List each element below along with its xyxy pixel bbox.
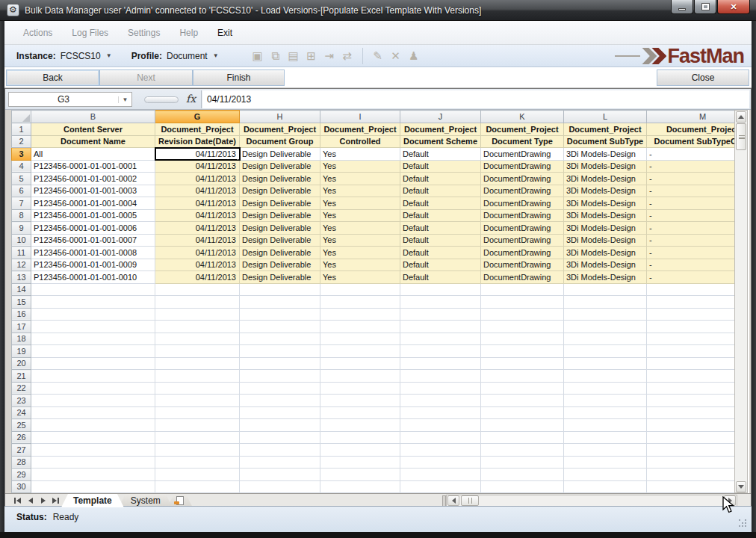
grid-cell-M8[interactable]: - xyxy=(647,209,735,222)
row-header-3[interactable]: 3 xyxy=(12,148,31,161)
maximize-button[interactable] xyxy=(694,0,716,14)
grid-cell-K17[interactable] xyxy=(481,321,564,333)
grid-cell-M30[interactable] xyxy=(647,480,735,493)
grid-cell-I30[interactable] xyxy=(320,480,400,493)
grid-cell-M17[interactable] xyxy=(647,321,735,333)
grid-cell-I24[interactable] xyxy=(320,406,400,419)
grid-cell-K19[interactable] xyxy=(481,345,564,358)
grid-cell-B17[interactable] xyxy=(31,321,155,333)
grid-cell-L29[interactable] xyxy=(564,469,647,481)
grid-cell-I16[interactable] xyxy=(320,308,400,321)
grid-cell-M16[interactable] xyxy=(647,308,735,321)
grid-cell-M24[interactable] xyxy=(647,406,735,419)
grid-cell-H5[interactable]: Design Deliverable xyxy=(240,173,320,185)
grid-cell-L24[interactable] xyxy=(564,406,647,419)
column-header-B[interactable]: B xyxy=(31,111,155,123)
grid-cell-H12[interactable]: Design Deliverable xyxy=(240,259,320,271)
grid-cell-J25[interactable] xyxy=(400,419,481,432)
grid-cell-H17[interactable] xyxy=(240,321,320,333)
grid-cell-K9[interactable]: DocumentDrawing xyxy=(481,222,564,235)
row-header-23[interactable]: 23 xyxy=(12,395,31,407)
grid-cell-B18[interactable] xyxy=(31,333,155,345)
cut-icon[interactable]: ✕ xyxy=(387,48,405,64)
paste-icon[interactable]: ⊞ xyxy=(303,48,320,64)
horizontal-scrollbar[interactable] xyxy=(446,495,737,507)
grid-cell-M5[interactable]: - xyxy=(647,173,735,185)
grid-cell-J15[interactable] xyxy=(400,296,481,309)
grid-cell-I6[interactable]: Yes xyxy=(320,185,400,197)
grid-cell-I14[interactable] xyxy=(320,283,400,296)
grid-cell-B4[interactable]: P123456-0001-01-001-0001 xyxy=(31,160,155,173)
grid-cell-I10[interactable]: Yes xyxy=(320,234,400,247)
grid-cell-J6[interactable]: Default xyxy=(400,185,481,197)
next-sheet-button[interactable] xyxy=(37,495,49,507)
grid-cell-K3[interactable]: DocumentDrawing xyxy=(481,148,564,161)
grid-cell-G25[interactable] xyxy=(155,419,240,432)
previous-sheet-button[interactable] xyxy=(24,495,37,507)
scroll-right-button[interactable] xyxy=(724,495,736,506)
grid-cell-H21[interactable] xyxy=(240,370,320,383)
grid-cell-I21[interactable] xyxy=(320,370,400,383)
grid-cell-H9[interactable]: Design Deliverable xyxy=(240,222,320,235)
row-header-8[interactable]: 8 xyxy=(12,209,31,222)
grid-cell-H20[interactable] xyxy=(240,357,320,370)
grid-cell-K30[interactable] xyxy=(481,480,564,493)
grid-cell-L16[interactable] xyxy=(564,308,647,321)
row-header-29[interactable]: 29 xyxy=(12,469,31,481)
grid-cell-I20[interactable] xyxy=(320,357,400,370)
header-cell-K1[interactable]: Document_Project xyxy=(481,123,564,136)
row-header-1[interactable]: 1 xyxy=(12,123,31,136)
grid-cell-H24[interactable] xyxy=(240,406,320,419)
grid-cell-I5[interactable]: Yes xyxy=(320,173,400,185)
grid-cell-H26[interactable] xyxy=(240,431,320,444)
grid-cell-J14[interactable] xyxy=(400,283,481,296)
instance-dropdown[interactable]: FCSCS10▼ xyxy=(61,51,112,61)
menu-item-actions[interactable]: Actions xyxy=(13,25,62,41)
grid-cell-I27[interactable] xyxy=(320,444,400,457)
grid-cell-I15[interactable] xyxy=(320,296,400,309)
formula-input[interactable]: 04/11/2013 xyxy=(202,90,749,108)
row-header-19[interactable]: 19 xyxy=(12,345,31,358)
header-cell-L1[interactable]: Document_Project xyxy=(564,123,647,136)
row-header-28[interactable]: 28 xyxy=(12,456,31,469)
header-cell-K2[interactable]: Document Type xyxy=(481,135,564,148)
grid-cell-G24[interactable] xyxy=(155,406,240,419)
grid-cell-H13[interactable]: Design Deliverable xyxy=(240,271,320,284)
header-cell-B1[interactable]: Content Server xyxy=(31,123,155,136)
grid-cell-K25[interactable] xyxy=(481,419,564,432)
row-header-17[interactable]: 17 xyxy=(12,321,31,333)
edit-icon[interactable]: ✎ xyxy=(369,48,387,64)
grid-cell-M28[interactable] xyxy=(647,456,735,469)
grid-cell-B29[interactable] xyxy=(31,469,155,481)
row-header-26[interactable]: 26 xyxy=(12,431,31,444)
profile-dropdown[interactable]: Document▼ xyxy=(167,51,219,61)
grid-cell-I22[interactable] xyxy=(320,382,400,395)
grid-cell-B28[interactable] xyxy=(31,456,155,469)
grid-cell-I29[interactable] xyxy=(320,469,400,481)
grid-cell-G6[interactable]: 04/11/2013 xyxy=(155,185,240,197)
grid-cell-K12[interactable]: DocumentDrawing xyxy=(481,259,564,271)
grid-cell-L30[interactable] xyxy=(564,480,647,493)
grid-cell-M13[interactable]: - xyxy=(647,271,735,284)
grid-cell-K29[interactable] xyxy=(481,469,564,481)
grid-cell-B23[interactable] xyxy=(31,395,155,407)
grid-cell-B16[interactable] xyxy=(31,308,155,321)
row-header-12[interactable]: 12 xyxy=(12,259,31,271)
grid-cell-G9[interactable]: 04/11/2013 xyxy=(155,222,240,235)
grid-cell-L9[interactable]: 3Di Models-Design xyxy=(564,222,647,235)
next-button[interactable]: Next xyxy=(99,69,193,86)
grid-cell-I26[interactable] xyxy=(320,431,400,444)
grid-cell-K4[interactable]: DocumentDrawing xyxy=(481,160,564,173)
grid-cell-J21[interactable] xyxy=(400,370,481,383)
row-header-15[interactable]: 15 xyxy=(12,296,31,309)
header-cell-H2[interactable]: Document Group xyxy=(240,135,320,148)
grid-cell-K18[interactable] xyxy=(481,333,564,345)
grid-cell-M12[interactable]: - xyxy=(647,259,735,271)
header-cell-M2[interactable]: Document SubTypeCode xyxy=(647,135,735,148)
grid-cell-I19[interactable] xyxy=(320,345,400,358)
grid-cell-G13[interactable]: 04/11/2013 xyxy=(155,271,240,284)
grid-cell-H8[interactable]: Design Deliverable xyxy=(240,209,320,222)
grid-cell-H15[interactable] xyxy=(240,296,320,309)
grid-cell-L25[interactable] xyxy=(564,419,647,432)
header-cell-I1[interactable]: Document_Project xyxy=(320,123,400,136)
